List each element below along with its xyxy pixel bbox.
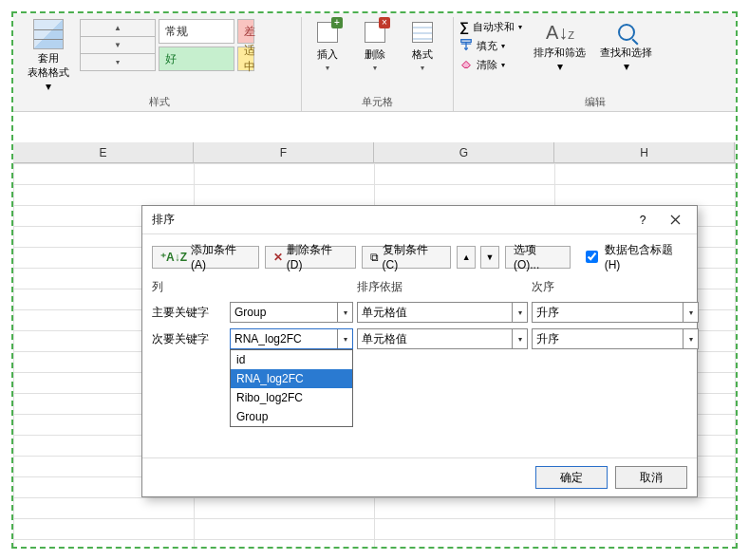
tableformat-label: 套用 表格格式 (28, 51, 69, 80)
styles-gallery: 常规 差 ▲ ▼ ▾ 好 适中 (80, 19, 254, 71)
plus-icon: ⁺A↓Z (160, 251, 187, 264)
delete-condition-button[interactable]: ✕ 删除条件(D) (265, 246, 356, 269)
add-condition-button[interactable]: ⁺A↓Z 添加条件(A) (152, 246, 259, 269)
chevron-down-icon: ▾ (512, 303, 527, 322)
sort-filter-button[interactable]: A↓Z 排序和筛选 ▾ (532, 19, 589, 73)
move-down-button[interactable]: ▼ (480, 246, 499, 269)
primary-order-dropdown[interactable]: 升序 ▾ (532, 302, 699, 323)
dropdown-option[interactable]: Ribo_log2FC (231, 388, 352, 407)
chevron-down-icon: ▾ (683, 329, 698, 348)
style-hao[interactable]: 好 (159, 47, 234, 71)
close-button[interactable] (659, 208, 691, 233)
options-button[interactable]: 选项(O)... (505, 246, 571, 269)
gallery-spinner: ▲ ▼ ▾ (80, 19, 156, 71)
primary-field-dropdown[interactable]: Group ▾ (230, 302, 353, 323)
secondary-basis-dropdown[interactable]: 单元格值 ▾ (357, 328, 528, 349)
sort-headers-row: 列 排序依据 次序 (142, 279, 697, 299)
chevron-down-icon: ▾ (683, 303, 698, 322)
chevron-down-icon: ▾ (501, 42, 505, 50)
dropdown-option[interactable]: id (231, 350, 352, 369)
col-header-order: 次序 (532, 279, 699, 299)
help-button[interactable]: ? (627, 208, 659, 233)
chevron-down-icon: ▾ (46, 80, 51, 93)
col-header-col: 列 (152, 279, 226, 299)
autosum-button[interactable]: ∑ 自动求和 ▾ (459, 19, 522, 34)
sort-icon: A↓Z (546, 22, 574, 44)
dialog-titlebar: 排序 ? (142, 206, 697, 234)
ribbon-group-styles: 套用 表格格式 ▾ 常规 差 ▲ ▼ ▾ 好 适中 样式 (17, 17, 302, 111)
secondary-key-label: 次要关键字 (152, 327, 226, 350)
headers-checkbox-wrap[interactable]: 数据包含标题(H) (582, 242, 687, 271)
field-dropdown-list: id RNA_log2FC Ribo_log2FC Group (230, 349, 353, 427)
chevron-down-icon: ▾ (337, 329, 352, 348)
ribbon-group-edit: ∑ 自动求和 ▾ 填充 ▾ (454, 17, 736, 111)
chevron-down-icon: ▾ (624, 60, 629, 73)
dialog-toolbar: ⁺A↓Z 添加条件(A) ✕ 删除条件(D) ⧉ 复制条件(C) ▲ ▼ 选项(… (142, 234, 697, 279)
x-icon: ✕ (273, 251, 283, 264)
gallery-up[interactable]: ▲ (81, 20, 155, 36)
cancel-button[interactable]: 取消 (615, 466, 687, 489)
chevron-down-icon: ▾ (512, 329, 527, 348)
sort-rows: 主要关键字 Group ▾ 单元格值 ▾ 升序 ▾ 次要关键字 RNA_log2… (142, 299, 697, 352)
column-header[interactable]: E (13, 142, 194, 162)
primary-key-label: 主要关键字 (152, 301, 226, 324)
edit-group-label: 编辑 (459, 93, 730, 111)
chevron-down-icon: ▾ (326, 64, 329, 72)
delete-button[interactable]: 删除 ▾ (355, 19, 395, 72)
column-headers: E F G H (13, 142, 736, 163)
primary-basis-dropdown[interactable]: 单元格值 ▾ (357, 302, 528, 323)
find-select-button[interactable]: 查找和选择 ▾ (598, 19, 655, 73)
secondary-field-dropdown[interactable]: RNA_log2FC ▾ id RNA_log2FC Ribo_log2FC G… (230, 328, 353, 349)
chevron-down-icon: ▾ (337, 303, 352, 322)
sort-dialog: 排序 ? ⁺A↓Z 添加条件(A) ✕ 删除条件(D) ⧉ 复制条件(C) ▲ … (141, 205, 698, 497)
clear-button[interactable]: 清除 ▾ (459, 57, 522, 72)
chevron-down-icon: ▾ (373, 64, 377, 72)
fill-button[interactable]: 填充 ▾ (459, 38, 522, 53)
chevron-down-icon: ▾ (518, 23, 522, 31)
eraser-icon (459, 57, 473, 72)
styles-group-label: 样式 (23, 93, 295, 111)
dialog-title: 排序 (152, 212, 627, 228)
style-shizhong[interactable]: 适中 (237, 47, 254, 71)
format-button[interactable]: 格式 ▾ (403, 19, 442, 72)
insert-icon (317, 22, 338, 43)
column-header[interactable]: F (194, 142, 374, 162)
copy-condition-button[interactable]: ⧉ 复制条件(C) (362, 246, 452, 269)
tableformat-icon (33, 19, 64, 49)
cells-group-label: 单元格 (308, 93, 447, 111)
secondary-order-dropdown[interactable]: 升序 ▾ (532, 328, 699, 349)
style-changgui[interactable]: 常规 (159, 19, 234, 44)
table-format-button[interactable]: 套用 表格格式 ▾ (23, 19, 74, 93)
move-up-button[interactable]: ▲ (457, 246, 476, 269)
fill-icon (459, 38, 473, 53)
column-header[interactable]: G (374, 142, 554, 162)
ok-button[interactable]: 确定 (535, 466, 608, 489)
ribbon-group-cells: 插入 ▾ 删除 ▾ 格式 ▾ 单元格 (302, 17, 454, 111)
sigma-icon: ∑ (459, 19, 469, 34)
style-cha[interactable]: 差 (237, 19, 254, 44)
close-icon (670, 215, 681, 225)
copy-icon: ⧉ (370, 251, 379, 264)
ribbon: 套用 表格格式 ▾ 常规 差 ▲ ▼ ▾ 好 适中 样式 (13, 13, 736, 112)
dialog-footer: 确定 取消 (142, 457, 697, 496)
headers-checkbox[interactable] (586, 251, 598, 263)
dropdown-option[interactable]: RNA_log2FC (231, 369, 352, 388)
insert-button[interactable]: 插入 ▾ (308, 19, 347, 72)
chevron-down-icon: ▾ (501, 61, 505, 69)
gallery-more[interactable]: ▾ (81, 53, 155, 70)
chevron-down-icon: ▾ (421, 64, 424, 72)
col-header-basis: 排序依据 (357, 279, 528, 299)
dropdown-option[interactable]: Group (231, 407, 352, 426)
format-icon (412, 22, 433, 43)
column-header[interactable]: H (554, 142, 735, 162)
delete-icon (365, 22, 385, 43)
search-icon (618, 24, 635, 41)
chevron-down-icon: ▾ (557, 60, 563, 73)
gallery-down[interactable]: ▼ (81, 36, 155, 53)
